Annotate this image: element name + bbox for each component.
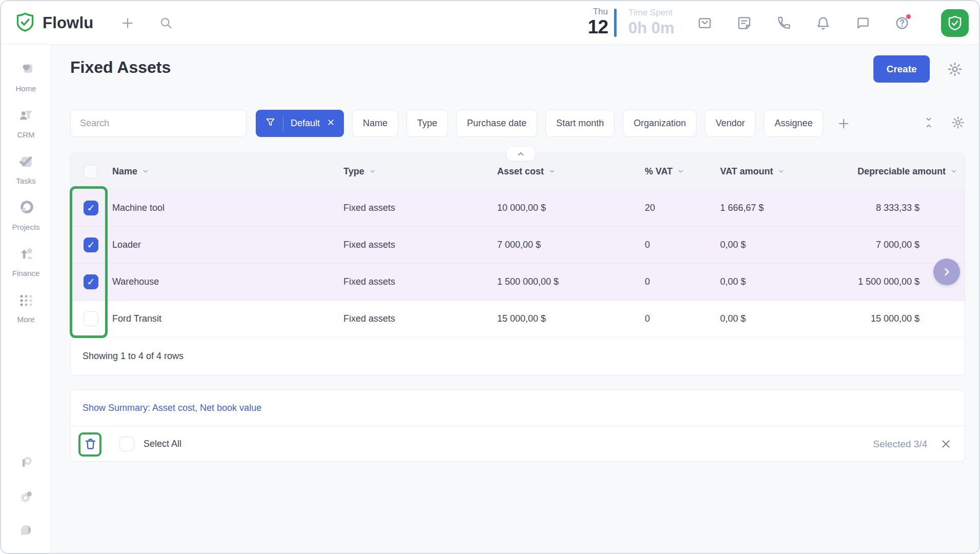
row-checkbox[interactable] (84, 274, 98, 289)
column-header-vat-percent[interactable]: % VAT (645, 166, 720, 177)
filter-chip-assignee[interactable]: Assignee (764, 110, 823, 137)
select-all-label: Select All (144, 439, 181, 449)
filter-chip-organization[interactable]: Organization (623, 110, 697, 137)
home-icon (17, 60, 35, 81)
sidebar-item-projects[interactable]: Projects (1, 192, 51, 238)
column-header-name[interactable]: Name (112, 166, 343, 177)
notification-dot (906, 14, 911, 19)
more-grid-icon (17, 291, 35, 311)
row-checkbox-cell (71, 201, 112, 215)
cell-name: Machine tool (112, 203, 343, 213)
app-window: Flowlu Thu 12 Time Spent 0h 0m (0, 0, 980, 554)
cell-vat-amount: 0,00 $ (720, 240, 843, 250)
cell-depreciable-amount: 15 000,00 $ (843, 313, 965, 324)
sidebar-item-home[interactable]: Home (1, 53, 51, 100)
cell-name: Ford Transit (112, 313, 343, 324)
cell-asset-cost: 7 000,00 $ (497, 240, 645, 250)
avatar[interactable] (941, 9, 969, 37)
calendar-widget[interactable]: Thu 12 (567, 7, 608, 36)
sidebar-settings-button[interactable] (1, 486, 51, 510)
filter-chip-vendor[interactable]: Vendor (705, 110, 756, 137)
chip-divider (283, 116, 283, 131)
filter-chip-type[interactable]: Type (406, 110, 448, 137)
filter-chip-purchase-date[interactable]: Purchase date (456, 110, 537, 137)
search-input[interactable] (70, 110, 247, 137)
cell-vat-amount: 1 666,67 $ (720, 203, 843, 213)
brand-logo[interactable]: Flowlu (14, 1, 93, 45)
filter-chip-start-month[interactable]: Start month (545, 110, 615, 137)
remove-filter-icon[interactable] (327, 118, 335, 129)
time-spent-label: Time Spent (628, 8, 675, 17)
assets-table: Name Type Asset cost % VAT VAT amount (70, 153, 965, 375)
cell-depreciable-amount: 7 000,00 $ (843, 240, 965, 250)
tasks-icon (17, 152, 35, 173)
collapse-filters-icon[interactable] (923, 116, 934, 131)
show-summary-link[interactable]: Show Summary: Asset cost, Net book value (83, 403, 261, 413)
time-spent-value: 0h 0m (628, 20, 675, 36)
sidebar-item-more[interactable]: More (1, 284, 51, 330)
summary-card: Show Summary: Asset cost, Net book value… (70, 389, 965, 462)
topbar-actions (697, 1, 969, 45)
sidebar-item-label: More (17, 315, 34, 324)
sidebar-chat-button[interactable] (1, 519, 51, 544)
table-row[interactable]: Ford TransitFixed assets15 000,00 $00,00… (71, 301, 965, 338)
calendar-day-label: Thu (567, 7, 608, 16)
notes-icon[interactable] (737, 15, 752, 31)
table-body: Machine toolFixed assets10 000,00 $201 6… (71, 190, 965, 338)
filter-row: Default NameTypePurchase dateStart month… (70, 110, 965, 137)
mail-icon[interactable] (697, 15, 712, 31)
add-filter-icon[interactable] (836, 116, 851, 131)
sidebar-item-finance[interactable]: Finance (1, 238, 51, 284)
row-checkbox-cell (71, 274, 112, 289)
filter-chip-name[interactable]: Name (352, 110, 398, 137)
active-filter-chip[interactable]: Default (256, 110, 344, 137)
finance-icon (17, 245, 35, 265)
table-settings-gear-icon[interactable] (951, 115, 965, 132)
cell-name: Loader (112, 240, 343, 250)
select-all-header-checkbox[interactable] (84, 165, 97, 179)
quick-add-button[interactable] (120, 1, 135, 45)
help-icon[interactable] (894, 15, 910, 31)
row-checkbox-cell (71, 311, 112, 326)
sidebar-item-label: Home (15, 84, 36, 93)
row-checkbox[interactable] (84, 311, 98, 326)
main-content: Fixed Assets Create Default NameTypePurc… (51, 45, 980, 553)
delete-selected-trash-icon[interactable] (84, 437, 97, 451)
table-row[interactable]: LoaderFixed assets7 000,00 $00,00 $7 000… (71, 227, 965, 264)
funnel-icon (265, 117, 276, 130)
table-row[interactable]: Machine toolFixed assets10 000,00 $201 6… (71, 190, 965, 227)
app-icon (17, 454, 35, 473)
gear-icon (17, 488, 35, 508)
cell-type: Fixed assets (343, 240, 497, 250)
collapse-table-pill[interactable] (506, 146, 536, 161)
calendar-date: 12 (567, 17, 608, 36)
active-filter-label: Default (291, 118, 320, 129)
cell-vat-percent: 0 (645, 276, 720, 287)
close-selection-icon[interactable] (941, 439, 951, 449)
crm-icon (17, 106, 35, 127)
column-header-type[interactable]: Type (343, 166, 497, 177)
table-row[interactable]: WarehouseFixed assets1 500 000,00 $00,00… (71, 264, 965, 301)
column-header-depreciable-amount[interactable]: Depreciable amount (843, 166, 965, 177)
create-button[interactable]: Create (873, 55, 930, 83)
page-settings-gear-icon[interactable] (947, 61, 963, 80)
bell-icon[interactable] (815, 15, 831, 31)
table-footer: Showing 1 to 4 of 4 rows (71, 338, 965, 375)
header-checkbox-cell (71, 165, 112, 179)
phone-icon[interactable] (776, 15, 791, 31)
sidebar: Home CRM Tasks Projects Finance (1, 45, 51, 553)
column-header-vat-amount[interactable]: VAT amount (720, 166, 843, 177)
select-all-checkbox[interactable] (119, 437, 134, 451)
chat-icon[interactable] (855, 15, 870, 31)
row-checkbox[interactable] (84, 238, 98, 252)
search-icon[interactable] (159, 1, 173, 45)
sidebar-item-tasks[interactable]: Tasks (1, 146, 51, 192)
sidebar-app-button[interactable] (1, 451, 51, 476)
column-header-asset-cost[interactable]: Asset cost (497, 166, 645, 177)
row-checkbox[interactable] (84, 201, 98, 215)
sidebar-item-crm[interactable]: CRM (1, 100, 51, 146)
cell-name: Warehouse (112, 276, 343, 287)
sidebar-item-label: Projects (12, 223, 39, 231)
scroll-right-button[interactable] (933, 259, 960, 285)
time-spent-widget[interactable]: Time Spent 0h 0m (628, 8, 675, 36)
